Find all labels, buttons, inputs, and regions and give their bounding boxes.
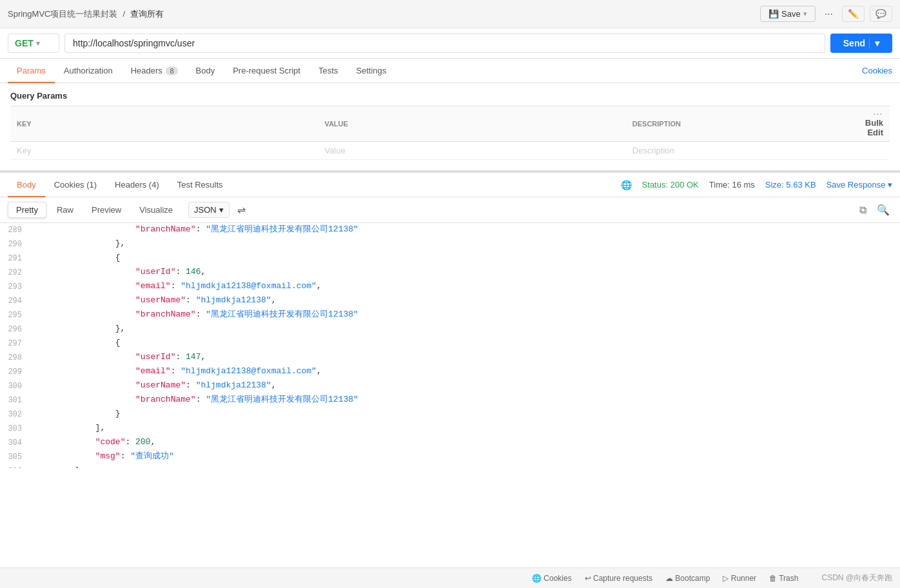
line-content: }, bbox=[32, 237, 900, 251]
save-label: Save bbox=[781, 9, 801, 19]
format-select[interactable]: JSON ▾ bbox=[188, 202, 230, 218]
value-cell[interactable]: Value bbox=[318, 142, 625, 160]
response-tab-cookies[interactable]: Cookies (1) bbox=[45, 173, 106, 197]
line-number: 292 bbox=[0, 266, 32, 280]
edit-icon-button[interactable]: ✏️ bbox=[842, 6, 865, 22]
response-tab-body[interactable]: Body bbox=[8, 173, 45, 197]
description-cell[interactable]: Description bbox=[626, 142, 846, 160]
bottom-runner[interactable]: ▷ Runner bbox=[723, 574, 756, 583]
line-content: }, bbox=[32, 322, 900, 337]
tab-headers[interactable]: Headers 8 bbox=[122, 59, 187, 83]
bottom-capture[interactable]: ↩ Capture requests bbox=[585, 574, 652, 583]
tab-settings[interactable]: Settings bbox=[347, 59, 395, 83]
preview-view-button[interactable]: Preview bbox=[84, 202, 129, 217]
code-line: 290 }, bbox=[0, 237, 900, 251]
tab-cookies[interactable]: Cookies bbox=[862, 66, 892, 75]
filter-button[interactable]: ⇌ bbox=[237, 204, 246, 216]
code-line: 295 "branchName": "黑龙江省明迪科技开发有限公司12138" bbox=[0, 308, 900, 322]
line-content: "userId": 147, bbox=[32, 351, 900, 365]
query-params-title: Query Params bbox=[10, 91, 890, 101]
bottom-cookies[interactable]: 🌐 Cookies bbox=[532, 574, 572, 583]
save-disk-icon: 💾 bbox=[768, 9, 779, 19]
breadcrumb: SpringMVC项目统一结果封装 / 查询所有 bbox=[8, 8, 760, 20]
globe-icon: 🌐 bbox=[621, 180, 632, 190]
bottom-bootcamp[interactable]: ☁ Bootcamp bbox=[665, 574, 710, 583]
line-number: 302 bbox=[0, 407, 32, 422]
line-number: 291 bbox=[0, 251, 32, 266]
top-bar: SpringMVC项目统一结果封装 / 查询所有 💾 Save ▾ ··· ✏️… bbox=[0, 0, 900, 28]
params-table: KEY VALUE DESCRIPTION ··· Bulk Edit Key bbox=[10, 106, 890, 160]
code-line: 289 "branchName": "黑龙江省明迪科技开发有限公司12138" bbox=[0, 223, 900, 237]
tab-tests[interactable]: Tests bbox=[309, 59, 347, 83]
line-content: "userName": "hljmdkja12138", bbox=[32, 379, 900, 393]
response-time: Time: 16 ms bbox=[709, 180, 755, 190]
line-number: 297 bbox=[0, 337, 32, 351]
tab-params[interactable]: Params bbox=[8, 59, 55, 83]
save-response-button[interactable]: Save Response ▾ bbox=[827, 180, 892, 190]
response-tab-test-results[interactable]: Test Results bbox=[168, 173, 232, 197]
code-line: 305 "msg": "查询成功" bbox=[0, 450, 900, 464]
pretty-view-button[interactable]: Pretty bbox=[8, 202, 46, 218]
tab-prerequest[interactable]: Pre-request Script bbox=[224, 59, 309, 83]
line-content: "code": 200, bbox=[32, 436, 900, 450]
line-content: "branchName": "黑龙江省明迪科技开发有限公司12138" bbox=[32, 308, 900, 322]
tab-body[interactable]: Body bbox=[187, 59, 224, 83]
method-chevron-icon: ▾ bbox=[36, 39, 40, 48]
line-number: 299 bbox=[0, 365, 32, 379]
response-tabs: Body Cookies (1) Headers (4) Test Result… bbox=[0, 173, 900, 197]
column-options-icon[interactable]: ··· bbox=[874, 110, 883, 118]
line-number: 298 bbox=[0, 351, 32, 365]
response-tab-headers[interactable]: Headers (4) bbox=[106, 173, 168, 197]
chat-icon-button[interactable]: 💬 bbox=[870, 6, 892, 22]
send-label: Send bbox=[843, 38, 865, 48]
visualize-view-button[interactable]: Visualize bbox=[132, 202, 181, 217]
code-line: 297 { bbox=[0, 337, 900, 351]
row-actions-cell bbox=[846, 142, 890, 160]
tab-authorization[interactable]: Authorization bbox=[55, 59, 122, 83]
line-content: "branchName": "黑龙江省明迪科技开发有限公司12138" bbox=[32, 393, 900, 407]
send-chevron-icon: ▾ bbox=[869, 38, 879, 48]
more-options-button[interactable]: ··· bbox=[821, 6, 837, 23]
bottom-bar: 🌐 Cookies ↩ Capture requests ☁ Bootcamp … bbox=[0, 567, 900, 588]
code-wrapper: 289 "branchName": "黑龙江省明迪科技开发有限公司12138"2… bbox=[0, 223, 900, 468]
watermark: CSDN @向春天奔跑 bbox=[821, 573, 892, 583]
method-select[interactable]: GET ▾ bbox=[8, 34, 59, 53]
line-number: 290 bbox=[0, 237, 32, 251]
line-content: { bbox=[32, 251, 900, 266]
raw-view-button[interactable]: Raw bbox=[49, 202, 81, 217]
code-line: 299 "email": "hljmdkja12138@foxmail.com"… bbox=[0, 365, 900, 379]
line-number: 289 bbox=[0, 223, 32, 237]
body-toolbar: Pretty Raw Preview Visualize JSON ▾ ⇌ ⧉ … bbox=[0, 197, 900, 223]
top-bar-actions: 💾 Save ▾ ··· ✏️ 💬 bbox=[760, 6, 892, 23]
key-cell[interactable]: Key bbox=[10, 142, 318, 160]
copy-button[interactable]: ⧉ bbox=[857, 201, 869, 219]
line-content: "userName": "hljmdkja12138", bbox=[32, 294, 900, 308]
line-number: 293 bbox=[0, 280, 32, 294]
bottom-trash[interactable]: 🗑 Trash bbox=[769, 574, 798, 583]
table-row: Key Value Description bbox=[10, 142, 890, 160]
code-line: 291 { bbox=[0, 251, 900, 266]
response-panel: Body Cookies (1) Headers (4) Test Result… bbox=[0, 170, 900, 468]
key-column-header: KEY bbox=[10, 106, 318, 142]
send-button[interactable]: Send ▾ bbox=[830, 34, 892, 53]
response-meta: 🌐 Status: 200 OK Time: 16 ms Size: 5.63 … bbox=[621, 180, 892, 190]
line-content: } bbox=[32, 407, 900, 422]
code-line: 302 } bbox=[0, 407, 900, 422]
breadcrumb-project: SpringMVC项目统一结果封装 bbox=[8, 8, 117, 20]
url-bar: GET ▾ Send ▾ bbox=[0, 28, 900, 59]
code-area[interactable]: 289 "branchName": "黑龙江省明迪科技开发有限公司12138"2… bbox=[0, 223, 900, 468]
headers-badge: 8 bbox=[166, 66, 177, 75]
line-number: 295 bbox=[0, 308, 32, 322]
format-chevron-icon: ▾ bbox=[219, 205, 224, 215]
value-column-header: VALUE bbox=[318, 106, 625, 142]
bulk-edit-label[interactable]: Bulk Edit bbox=[865, 118, 883, 137]
request-tabs: Params Authorization Headers 8 Body Pre-… bbox=[0, 59, 900, 83]
line-content: "email": "hljmdkja12138@foxmail.com", bbox=[32, 365, 900, 379]
url-input[interactable] bbox=[64, 34, 825, 53]
line-content: } bbox=[32, 464, 900, 468]
save-button[interactable]: 💾 Save ▾ bbox=[760, 6, 816, 22]
line-number: 301 bbox=[0, 393, 32, 407]
breadcrumb-current: 查询所有 bbox=[130, 8, 164, 20]
code-line: 292 "userId": 146, bbox=[0, 266, 900, 280]
search-button[interactable]: 🔍 bbox=[874, 201, 892, 219]
